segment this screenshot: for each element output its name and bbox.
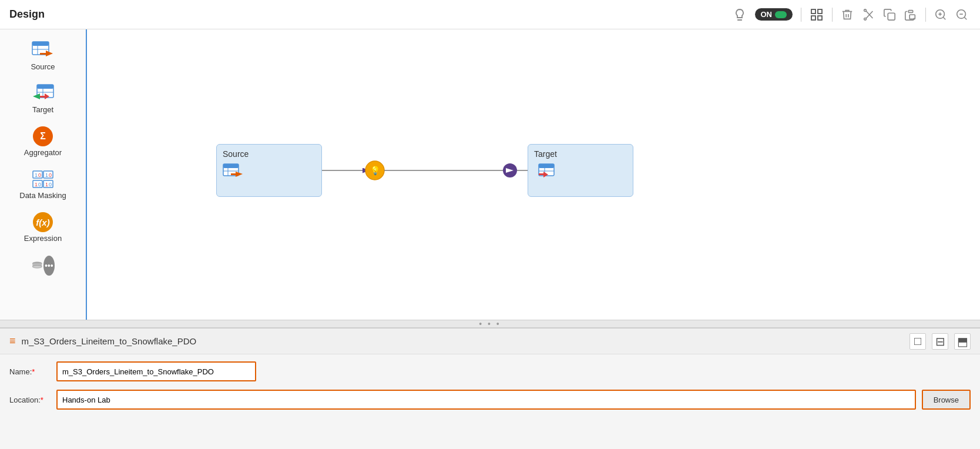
- sidebar-target-label: Target: [32, 105, 53, 114]
- panel-view-split-icon[interactable]: ⊟: [932, 333, 948, 350]
- svg-rect-4: [818, 16, 822, 20]
- svg-rect-2: [818, 9, 822, 14]
- expression-icon-circle: f(x): [33, 212, 53, 232]
- source-node-icon: [223, 163, 244, 185]
- svg-rect-26: [37, 85, 53, 89]
- svg-point-6: [864, 9, 867, 11]
- divider-2: [832, 8, 833, 22]
- sidebar-aggregator-label: Aggregator: [24, 148, 62, 157]
- svg-rect-53: [231, 173, 236, 175]
- divider-1: [801, 8, 801, 22]
- source-sidebar-icon: [31, 40, 55, 61]
- aggregator-sidebar-icon: Σ: [31, 126, 55, 147]
- svg-text:1: 1: [45, 172, 48, 178]
- name-input[interactable]: [56, 361, 256, 381]
- properties-form: Name:* Location:* Browse: [0, 354, 980, 417]
- svg-marker-23: [46, 51, 53, 56]
- mapping-icon: ≡: [9, 335, 16, 347]
- svg-point-47: [32, 266, 42, 269]
- cut-icon[interactable]: [862, 8, 875, 21]
- bottom-panel-header: ≡ m_S3_Orders_Lineitem_to_Snowflake_PDO …: [0, 329, 980, 354]
- location-label: Location:*: [9, 396, 51, 404]
- source-node-label: Source: [223, 149, 249, 159]
- design-canvas[interactable]: Source Target: [87, 29, 980, 320]
- svg-rect-3: [811, 16, 815, 20]
- source-node[interactable]: Source: [216, 144, 322, 197]
- page-title: Design: [9, 8, 45, 21]
- svg-rect-58: [539, 173, 543, 175]
- toggle-button[interactable]: ON: [755, 8, 793, 21]
- sidebar-source-label: Source: [31, 62, 55, 71]
- svg-text:1: 1: [35, 182, 38, 187]
- target-sidebar-icon: [31, 83, 55, 104]
- panel-view-icons: □ ⊟ ⬒: [909, 333, 971, 350]
- toggle-label: ON: [761, 10, 773, 19]
- svg-rect-24: [40, 53, 46, 55]
- svg-line-17: [964, 17, 966, 19]
- sidebar-item-aggregator[interactable]: Σ Aggregator: [8, 121, 78, 162]
- svg-marker-65: [506, 168, 514, 173]
- target-node-label: Target: [534, 149, 557, 159]
- svg-line-13: [943, 17, 945, 19]
- mapping-title: m_S3_Orders_Lineitem_to_Snowflake_PDO: [22, 336, 197, 346]
- name-label: Name:*: [9, 367, 51, 376]
- main-area: Source Target Σ: [0, 29, 980, 320]
- svg-text:0: 0: [38, 172, 41, 178]
- zoom-in-icon[interactable]: [934, 8, 947, 21]
- divider-3: [925, 8, 926, 22]
- svg-rect-9: [888, 13, 895, 20]
- name-row: Name:*: [9, 361, 971, 381]
- svg-rect-1: [811, 9, 815, 14]
- grid-icon[interactable]: [810, 8, 824, 22]
- expression-sidebar-icon: f(x): [31, 212, 55, 233]
- sidebar-data-masking-label: Data Masking: [19, 191, 66, 200]
- svg-text:1: 1: [45, 182, 48, 187]
- resizer-dots: • • •: [479, 319, 501, 329]
- data-masking-sidebar-icon: 1 0 1 0 1 0 1 0: [31, 169, 55, 190]
- svg-text:0: 0: [49, 172, 52, 178]
- sidebar-item-expression[interactable]: f(x) Expression: [8, 207, 78, 247]
- svg-marker-29: [33, 93, 40, 99]
- sidebar-item-target[interactable]: Target: [8, 78, 78, 119]
- svg-point-61: [365, 161, 384, 180]
- paste-icon[interactable]: [904, 8, 917, 21]
- svg-text:0: 0: [38, 182, 41, 187]
- more-sidebar-icon: •••: [31, 254, 55, 276]
- svg-rect-20: [32, 42, 49, 46]
- delete-icon[interactable]: [841, 8, 854, 21]
- sidebar-item-data-masking[interactable]: 1 0 1 0 1 0 1 0 Data Masking: [8, 164, 78, 205]
- header: Design ON: [0, 0, 980, 29]
- sidebar-item-source[interactable]: Source: [8, 35, 78, 76]
- panel-view-bottom-icon[interactable]: ⬒: [954, 333, 971, 350]
- location-input[interactable]: [56, 390, 916, 410]
- name-required-star: *: [32, 367, 35, 376]
- svg-rect-55: [539, 164, 554, 168]
- browse-button[interactable]: Browse: [922, 390, 971, 410]
- toolbar: ON: [733, 8, 969, 22]
- panel-view-full-icon[interactable]: □: [909, 333, 926, 350]
- more-dots-icon: •••: [43, 256, 55, 276]
- zoom-out-icon[interactable]: [955, 8, 968, 21]
- target-node[interactable]: Target: [528, 144, 633, 197]
- svg-marker-52: [236, 172, 243, 177]
- panel-resizer[interactable]: • • •: [0, 320, 980, 328]
- svg-text:💡: 💡: [370, 166, 381, 176]
- sidebar-expression-label: Expression: [24, 234, 62, 243]
- svg-point-5: [864, 18, 867, 20]
- svg-rect-10: [908, 10, 912, 12]
- svg-rect-31: [40, 96, 45, 98]
- svg-point-64: [503, 163, 517, 177]
- sidebar: Source Target Σ: [0, 29, 87, 320]
- bottom-panel: ≡ m_S3_Orders_Lineitem_to_Snowflake_PDO …: [0, 328, 980, 449]
- copy-icon[interactable]: [883, 8, 896, 21]
- toggle-indicator: [775, 11, 787, 18]
- sidebar-item-more[interactable]: •••: [8, 250, 78, 280]
- target-node-icon: [534, 163, 555, 185]
- location-row: Location:* Browse: [9, 390, 971, 410]
- aggregator-icon-circle: Σ: [33, 126, 53, 146]
- svg-text:0: 0: [49, 182, 52, 187]
- svg-rect-49: [223, 164, 239, 168]
- location-required-star: *: [41, 396, 43, 404]
- svg-text:1: 1: [35, 172, 38, 178]
- lightbulb-icon[interactable]: [733, 8, 747, 22]
